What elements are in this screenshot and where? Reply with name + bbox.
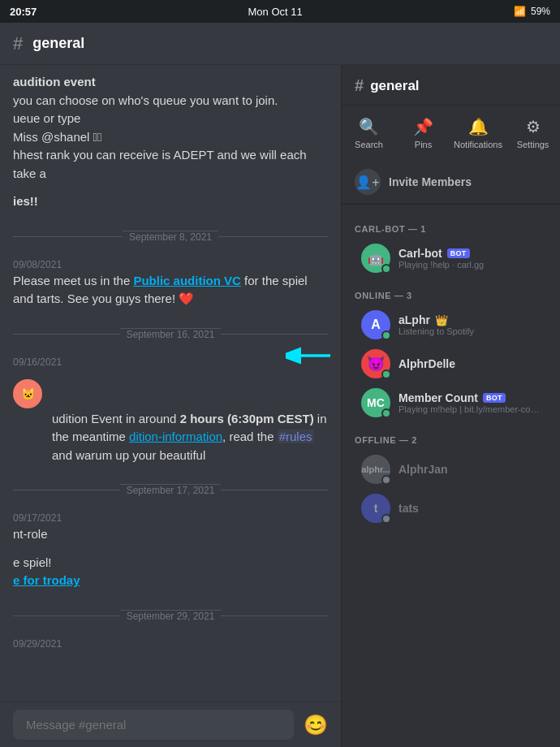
message-group: 09/16/2021 bbox=[13, 356, 328, 369]
crown-icon: 👑 bbox=[435, 314, 448, 326]
emoji-button[interactable]: 😊 bbox=[304, 714, 328, 736]
member-name-row: tats bbox=[398, 502, 541, 515]
member-status: Playing !help · carl.gg bbox=[398, 260, 541, 270]
notifications-icon: 🔔 bbox=[468, 117, 489, 136]
message-group: 🐱 udition Event in around 2 hours (6:30p… bbox=[13, 379, 328, 465]
member-avatar-alphrjan: alphr... bbox=[361, 455, 390, 484]
pins-icon: 📌 bbox=[413, 117, 433, 136]
channel-hash-icon: # bbox=[13, 33, 23, 54]
battery: 59% bbox=[531, 6, 550, 17]
mention-text: #rules bbox=[278, 430, 314, 443]
link-bold: e for troday bbox=[13, 573, 80, 587]
date-divider-sept29: September 29, 2021 bbox=[13, 610, 328, 622]
link-text[interactable]: Public audition VC bbox=[133, 274, 241, 287]
members-list: CARL-BOT — 1 🤖 Carl-bot BOT Playing !hel… bbox=[342, 205, 560, 747]
wifi-icon: 📶 bbox=[514, 6, 526, 17]
message-content: ies!! bbox=[13, 192, 328, 211]
message-group: audition event you can choose on who's q… bbox=[13, 73, 328, 183]
message-group: 09/08/2021 Please meet us in the Public … bbox=[13, 259, 328, 309]
search-label: Search bbox=[355, 140, 383, 149]
member-name-row: Carl-bot BOT bbox=[398, 247, 541, 260]
message-content: udition Event in around 2 hours (6:30pm … bbox=[52, 410, 328, 465]
message-group: ies!! bbox=[13, 192, 328, 211]
status-dot-online bbox=[381, 408, 391, 418]
message-content: you can choose on who's queue you want t… bbox=[13, 92, 328, 110]
status-bar: 20:57 Mon Oct 11 📶 59% bbox=[0, 0, 560, 23]
chat-messages: audition event you can choose on who's q… bbox=[0, 65, 341, 702]
member-item-alphrjan[interactable]: alphr... AlphrJan bbox=[348, 450, 554, 489]
app-container: # general audition event you can choose … bbox=[0, 23, 560, 747]
bot-badge: BOT bbox=[483, 393, 506, 403]
member-item-tats[interactable]: t tats bbox=[348, 489, 554, 528]
status-icons: 📶 59% bbox=[514, 6, 550, 17]
member-name: Carl-bot bbox=[398, 247, 442, 260]
date-label: September 8, 2021 bbox=[123, 231, 218, 243]
member-name-row: Member Count BOT bbox=[398, 391, 541, 404]
message-timestamp: 09/08/2021 bbox=[13, 259, 328, 270]
message-content: audition event bbox=[13, 73, 328, 92]
right-panel-header: # general 🔍 Search 📌 Pins 🔔 Noti bbox=[342, 65, 560, 205]
channel-name-top: general bbox=[32, 35, 84, 52]
member-info-alphrdelle: AlphrDelle bbox=[398, 357, 541, 370]
channel-title: general bbox=[370, 78, 419, 94]
status-dot-online bbox=[381, 369, 391, 379]
message-timestamp: 09/29/2021 bbox=[13, 638, 328, 650]
member-name: tats bbox=[398, 502, 419, 515]
bold-text: ies!! bbox=[13, 194, 38, 208]
invite-members-button[interactable]: 👤+ Invite Members bbox=[342, 161, 560, 204]
date-label: September 29, 2021 bbox=[120, 610, 222, 622]
pins-toolbar-item[interactable]: 📌 Pins bbox=[396, 112, 450, 154]
message-content: Miss @shanel 𓅓𓅓 bbox=[13, 128, 328, 147]
right-panel: # general 🔍 Search 📌 Pins 🔔 Noti bbox=[341, 65, 560, 747]
member-avatar-alphr: A bbox=[361, 310, 390, 339]
member-info-membercount: Member Count BOT Playing m!help | bit.ly… bbox=[398, 391, 541, 414]
message-content: e spiel! bbox=[13, 554, 328, 572]
message-group: 09/29/2021 bbox=[13, 638, 328, 651]
member-name: AlphrDelle bbox=[398, 357, 455, 370]
link-text[interactable]: e for troday bbox=[13, 573, 80, 587]
member-name-row: AlphrJan bbox=[398, 463, 541, 476]
message-timestamp: 09/16/2021 bbox=[13, 356, 328, 368]
status-dot-online bbox=[381, 264, 391, 274]
invite-label: Invite Members bbox=[389, 175, 472, 188]
status-dot-offline bbox=[381, 514, 391, 524]
settings-toolbar-item[interactable]: ⚙ Settings bbox=[506, 112, 560, 154]
member-item-alphr[interactable]: A aLphr 👑 Listening to Spotify bbox=[348, 305, 554, 344]
notifications-toolbar-item[interactable]: 🔔 Notifications bbox=[450, 112, 506, 154]
member-avatar-carlbot: 🤖 bbox=[361, 244, 390, 273]
section-header-carlbot: CARL-BOT — 1 bbox=[342, 211, 560, 239]
channel-hash-icon: # bbox=[355, 76, 364, 95]
member-item-alphrdelle[interactable]: 😈 AlphrDelle bbox=[348, 344, 554, 383]
member-info-tats: tats bbox=[398, 502, 541, 515]
message-content: nt-role bbox=[13, 525, 328, 544]
member-name: Member Count bbox=[398, 391, 478, 404]
message-avatar-row: 🐱 bbox=[13, 379, 328, 408]
member-item-carlbot[interactable]: 🤖 Carl-bot BOT Playing !help · carl.gg bbox=[348, 239, 554, 278]
invite-icon: 👤+ bbox=[355, 169, 381, 195]
date: Mon Oct 11 bbox=[248, 6, 303, 18]
bold-text: audition event bbox=[13, 75, 96, 89]
settings-icon: ⚙ bbox=[526, 117, 541, 136]
section-header-online: ONLINE — 3 bbox=[342, 278, 560, 305]
member-item-membercount[interactable]: MC Member Count BOT Playing m!help | bit… bbox=[348, 383, 554, 422]
member-avatar-alphrdelle: 😈 bbox=[361, 349, 390, 378]
search-toolbar-item[interactable]: 🔍 Search bbox=[342, 112, 396, 154]
section-header-offline: OFFLINE — 2 bbox=[342, 422, 560, 450]
bot-badge: BOT bbox=[447, 248, 470, 258]
channel-info: # general bbox=[13, 33, 84, 54]
settings-label: Settings bbox=[517, 140, 549, 149]
date-divider-sept17: September 17, 2021 bbox=[13, 484, 328, 496]
message-avatar: 🐱 bbox=[13, 379, 42, 408]
member-name: AlphrJan bbox=[398, 463, 448, 476]
chat-input[interactable] bbox=[13, 710, 294, 740]
link-text[interactable]: dition-information bbox=[129, 430, 222, 443]
date-divider-sept16: September 16, 2021 bbox=[13, 328, 328, 340]
bold-text: 2 hours (6:30pm CEST) bbox=[180, 412, 314, 425]
member-info-alphrjan: AlphrJan bbox=[398, 463, 541, 476]
message-indent: udition Event in around 2 hours (6:30pm … bbox=[13, 410, 328, 465]
link-bold: Public audition VC bbox=[133, 274, 241, 287]
top-bar: # general bbox=[0, 23, 560, 65]
member-info-carlbot: Carl-bot BOT Playing !help · carl.gg bbox=[398, 247, 541, 270]
chat-input-bar: 😊 bbox=[0, 702, 341, 747]
notifications-label: Notifications bbox=[454, 140, 502, 149]
